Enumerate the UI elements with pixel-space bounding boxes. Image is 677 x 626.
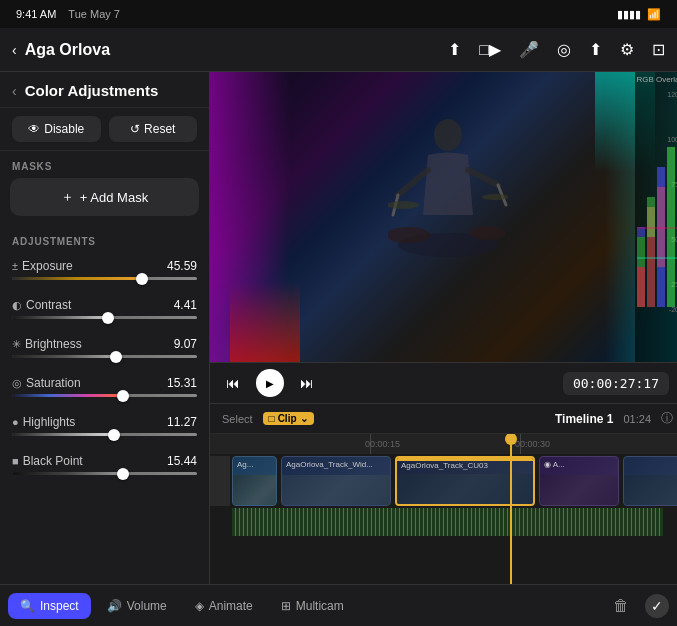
panel-title: Color Adjustments: [25, 82, 197, 99]
reset-button[interactable]: ↺ Reset: [109, 116, 198, 142]
play-button[interactable]: ▶: [256, 369, 284, 397]
tab-animate[interactable]: ◈ Animate: [183, 593, 265, 619]
disable-button[interactable]: 👁 Disable: [12, 116, 101, 142]
animate-icon: ◈: [195, 599, 204, 613]
expand-icon[interactable]: ⊡: [652, 40, 665, 59]
reset-icon: ↺: [130, 122, 140, 136]
brightness-icon: ✳: [12, 338, 21, 351]
clip-2-title: AgaOrlova_Track_Wid...: [286, 460, 386, 469]
share-icon[interactable]: ⬆: [448, 40, 461, 59]
camera-icon[interactable]: □▶: [479, 40, 501, 59]
playhead[interactable]: [510, 434, 512, 584]
blackpoint-label: ■ Black Point: [12, 454, 83, 468]
contrast-adjustment: ◐ Contrast 4.41: [0, 292, 209, 331]
panel-back-button[interactable]: ‹: [12, 83, 17, 99]
bottom-tabs: 🔍 Inspect 🔊 Volume ◈ Animate ⊞ Multicam: [8, 593, 356, 619]
contrast-value: 4.41: [174, 298, 197, 312]
tab-volume[interactable]: 🔊 Volume: [95, 593, 179, 619]
info-icon[interactable]: ⓘ: [661, 410, 673, 427]
timeline-area[interactable]: 00:00:15 00:00:30 Ag... AgaOrlova_Track_…: [210, 434, 677, 584]
settings-icon[interactable]: ⚙: [620, 40, 634, 59]
animate-label: Animate: [209, 599, 253, 613]
highlights-icon: ●: [12, 416, 19, 428]
saturation-value: 15.31: [167, 376, 197, 390]
play-icon: ▶: [266, 378, 274, 389]
brightness-adjustment: ✳ Brightness 9.07: [0, 331, 209, 370]
volume-label: Volume: [127, 599, 167, 613]
clip-4[interactable]: ◉ A...: [539, 456, 619, 506]
transport-controls: ⏮ ▶ ⏭: [226, 369, 314, 397]
tab-inspect[interactable]: 🔍 Inspect: [8, 593, 91, 619]
blackpoint-slider[interactable]: [12, 472, 197, 475]
exposure-label: ± Exposure: [12, 259, 73, 273]
clip-2[interactable]: AgaOrlova_Track_Wid...: [281, 456, 391, 506]
rewind-button[interactable]: ⏮: [226, 375, 240, 391]
toolbar-icons: ⬆ □▶ 🎤 ◎ ⬆ ⚙ ⊡: [448, 40, 665, 59]
brightness-slider[interactable]: [12, 355, 197, 358]
audio-waveform: [232, 508, 663, 536]
ruler-mark-30: 00:00:30: [515, 439, 550, 449]
svg-rect-24: [637, 257, 677, 259]
highlights-value: 11.27: [167, 415, 197, 429]
exposure-icon: ±: [12, 260, 18, 272]
clip-3[interactable]: AgaOrlova_Track_CU03: [395, 456, 535, 506]
reset-label: Reset: [144, 122, 175, 136]
plus-icon: ＋: [61, 188, 74, 206]
clip-5[interactable]: [623, 456, 677, 506]
track-content: Ag... AgaOrlova_Track_Wid... AgaOrlova_T…: [230, 456, 677, 506]
svg-point-8: [388, 201, 419, 209]
tab-multicam[interactable]: ⊞ Multicam: [269, 593, 356, 619]
timecode: 00:00:27:17: [563, 372, 669, 395]
svg-line-2: [468, 170, 498, 185]
bottom-toolbar: 🔍 Inspect 🔊 Volume ◈ Animate ⊞ Multicam …: [0, 584, 677, 626]
exposure-adjustment: ± Exposure 45.59: [0, 253, 209, 292]
clip-4-title: ◉ A...: [544, 460, 614, 469]
battery-icon: ▮▮▮▮: [617, 8, 641, 21]
highlights-slider[interactable]: [12, 433, 197, 436]
bottom-actions: 🗑 ✓: [613, 594, 669, 618]
mic-icon[interactable]: 🎤: [519, 40, 539, 59]
panel-actions: 👁 Disable ↺ Reset: [0, 108, 209, 151]
back-button[interactable]: ‹: [12, 42, 17, 58]
forward-button[interactable]: ⏭: [300, 375, 314, 391]
svg-rect-17: [637, 237, 645, 267]
saturation-slider[interactable]: [12, 394, 197, 397]
delete-button[interactable]: 🗑: [613, 597, 629, 615]
exposure-slider[interactable]: [12, 277, 197, 280]
blackpoint-value: 15.44: [167, 454, 197, 468]
voiceover-icon[interactable]: ◎: [557, 40, 571, 59]
svg-point-7: [470, 226, 506, 240]
eye-icon: 👁: [28, 122, 40, 136]
panel-header: ‹ Color Adjustments: [0, 72, 209, 108]
brightness-label: ✳ Brightness: [12, 337, 82, 351]
drummer-figure: [388, 115, 508, 275]
rgb-overlay: RGB Overlay 120 100 75 50 25 -20: [635, 72, 677, 362]
blackpoint-icon: ■: [12, 455, 19, 467]
video-preview: RGB Overlay 120 100 75 50 25 -20: [210, 72, 677, 362]
export-icon[interactable]: ⬆: [589, 40, 602, 59]
inspect-icon: 🔍: [20, 599, 35, 613]
svg-line-1: [398, 170, 428, 195]
clip-1-title: Ag...: [237, 460, 272, 469]
status-time: 9:41 AM: [16, 8, 56, 20]
exposure-value: 45.59: [167, 259, 197, 273]
clip-badge[interactable]: □ Clip ⌄: [263, 412, 314, 425]
adjustments-section-label: ADJUSTMENTS: [0, 226, 209, 253]
contrast-slider[interactable]: [12, 316, 197, 319]
confirm-button[interactable]: ✓: [645, 594, 669, 618]
status-indicators: ▮▮▮▮ 📶: [617, 8, 661, 21]
select-label: Select: [222, 413, 253, 425]
saturation-label: ◎ Saturation: [12, 376, 81, 390]
clip-icon: □: [269, 413, 275, 424]
clip-label: Clip: [278, 413, 297, 424]
brightness-value: 9.07: [174, 337, 197, 351]
svg-point-6: [388, 227, 430, 243]
neon-bottom-left: [230, 282, 300, 362]
status-date: Tue May 7: [68, 8, 120, 20]
rgb-label: RGB Overlay: [635, 72, 677, 87]
svg-text:120: 120: [667, 91, 677, 98]
masks-section-label: MASKS: [0, 151, 209, 178]
right-area: RGB Overlay 120 100 75 50 25 -20: [210, 72, 677, 584]
add-mask-button[interactable]: ＋ + Add Mask: [10, 178, 199, 216]
clip-1[interactable]: Ag...: [232, 456, 277, 506]
